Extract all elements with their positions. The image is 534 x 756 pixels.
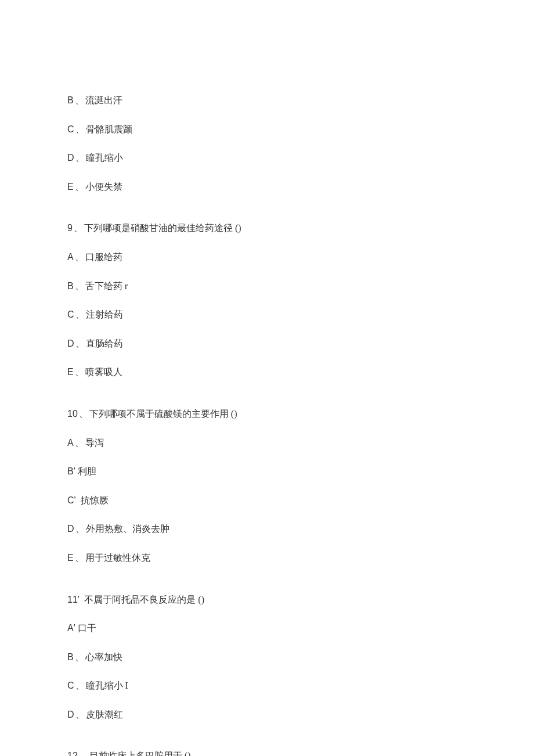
question-number: 12 bbox=[67, 751, 78, 756]
option-text: 小便失禁 bbox=[85, 182, 122, 192]
answer-option: C' 抗惊厥 bbox=[67, 493, 467, 508]
option-text: 抗惊厥 bbox=[81, 495, 109, 505]
answer-option: A、导泻 bbox=[67, 435, 467, 451]
option-separator: 、 bbox=[75, 95, 84, 105]
question-item: 11' 不属于阿托品不良反应的是 () bbox=[67, 592, 467, 607]
option-text: 导泻 bbox=[85, 438, 104, 448]
answer-option: E、喷雾吸人 bbox=[67, 365, 467, 380]
question-separator: 、 bbox=[79, 409, 88, 419]
question-separator bbox=[81, 595, 83, 604]
option-text: 注射给药 bbox=[86, 309, 123, 319]
option-letter: C bbox=[67, 681, 74, 690]
question-item: 9、下列哪项是硝酸甘油的最佳给药途径 () bbox=[67, 221, 467, 236]
option-text: 外用热敷、消炎去肿 bbox=[86, 524, 169, 534]
option-text: 心率加快 bbox=[85, 652, 122, 662]
option-text: 皮肤潮红 bbox=[86, 710, 123, 719]
answer-option: D、外用热敷、消炎去肿 bbox=[67, 521, 467, 537]
option-separator: 、 bbox=[75, 153, 85, 163]
question-text: 目前临床上多巴胺用于 () bbox=[89, 751, 191, 756]
option-letter: A bbox=[67, 252, 74, 262]
option-letter: B' bbox=[67, 466, 75, 476]
option-text: 口服给药 bbox=[85, 252, 122, 262]
answer-option: A、口服给药 bbox=[67, 250, 467, 265]
option-separator bbox=[77, 495, 80, 505]
option-letter: D bbox=[67, 153, 74, 163]
option-separator: 、 bbox=[75, 309, 85, 319]
option-separator: 、 bbox=[75, 710, 85, 719]
option-letter: B bbox=[67, 95, 74, 105]
answer-option: C、注射给药 bbox=[67, 307, 467, 322]
answer-option: D、直肠给药 bbox=[67, 336, 467, 351]
question-text: 不属于阿托品不良反应的是 () bbox=[84, 595, 204, 604]
question-item: 12、目前临床上多巴胺用于 () bbox=[67, 748, 467, 756]
option-text: 骨骼肌震颤 bbox=[86, 124, 132, 134]
answer-option: B'利胆 bbox=[67, 464, 467, 479]
option-letter: E bbox=[67, 367, 74, 377]
document-body: B、流涎出汗C、骨骼肌震颤D、瞳孔缩小E、小便失禁9、下列哪项是硝酸甘油的最佳给… bbox=[67, 93, 467, 756]
option-letter: E bbox=[67, 553, 74, 563]
question-text: 下列哪项是硝酸甘油的最佳给药途径 () bbox=[84, 223, 241, 233]
option-letter: B bbox=[67, 281, 74, 291]
answer-option: B、舌下给药 r bbox=[67, 279, 467, 294]
option-letter: C bbox=[67, 124, 74, 134]
option-text: 瞳孔缩小 bbox=[86, 153, 123, 163]
answer-option: A'口干 bbox=[67, 621, 467, 636]
question-text: 下列哪项不属于硫酸镁的主要作用 () bbox=[89, 409, 237, 419]
option-text: 利胆 bbox=[78, 466, 96, 476]
option-text: 舌下给药 r bbox=[85, 281, 128, 291]
option-letter: D bbox=[67, 710, 74, 719]
option-separator: 、 bbox=[75, 524, 85, 534]
answer-option: E、用于过敏性休克 bbox=[67, 550, 467, 566]
option-letter: D bbox=[67, 339, 74, 348]
option-separator: 、 bbox=[75, 553, 84, 563]
answer-option: E、小便失禁 bbox=[67, 179, 467, 195]
answer-option: C、瞳孔缩小 I bbox=[67, 678, 467, 693]
answer-option: D、瞳孔缩小 bbox=[67, 150, 467, 165]
answer-option: B、心率加快 bbox=[67, 650, 467, 665]
question-number: 9 bbox=[67, 223, 73, 233]
option-separator: 、 bbox=[75, 252, 84, 262]
option-letter: A' bbox=[67, 623, 75, 633]
option-text: 用于过敏性休克 bbox=[85, 553, 150, 563]
option-letter: D bbox=[67, 524, 74, 534]
question-separator: 、 bbox=[79, 751, 88, 756]
question-number: 11' bbox=[67, 595, 80, 604]
question-number: 10 bbox=[67, 409, 78, 419]
option-text: 喷雾吸人 bbox=[85, 367, 122, 377]
option-separator: 、 bbox=[75, 367, 84, 377]
option-separator: 、 bbox=[75, 652, 84, 662]
answer-option: B、流涎出汗 bbox=[67, 93, 467, 108]
option-letter: C bbox=[67, 309, 74, 319]
question-separator: 、 bbox=[74, 223, 83, 233]
option-letter: E bbox=[67, 182, 74, 192]
option-text: 流涎出汗 bbox=[85, 95, 122, 105]
answer-option: D、皮肤潮红 bbox=[67, 707, 467, 722]
option-separator: 、 bbox=[75, 281, 84, 291]
option-separator: 、 bbox=[75, 681, 85, 690]
option-text: 直肠给药 bbox=[86, 339, 123, 348]
option-letter: A bbox=[67, 438, 74, 448]
answer-option: C、骨骼肌震颤 bbox=[67, 122, 467, 137]
option-text: 口干 bbox=[78, 623, 96, 633]
question-item: 10、下列哪项不属于硫酸镁的主要作用 () bbox=[67, 406, 467, 422]
option-separator: 、 bbox=[75, 182, 84, 192]
option-separator: 、 bbox=[75, 339, 85, 348]
option-text: 瞳孔缩小 I bbox=[86, 681, 128, 690]
option-letter: B bbox=[67, 652, 74, 662]
option-separator: 、 bbox=[75, 438, 84, 448]
option-letter: C' bbox=[67, 495, 76, 505]
option-separator: 、 bbox=[75, 124, 85, 134]
